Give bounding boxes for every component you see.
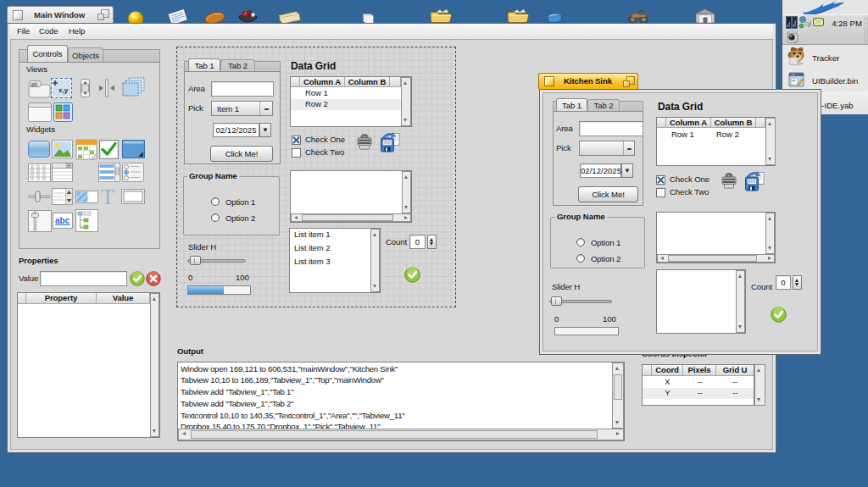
svg-text:x,y: x,y (58, 86, 69, 94)
svg-text:T: T (101, 185, 114, 208)
svg-text:ab: ab (31, 81, 38, 87)
svg-text:abc: abc (55, 216, 70, 225)
